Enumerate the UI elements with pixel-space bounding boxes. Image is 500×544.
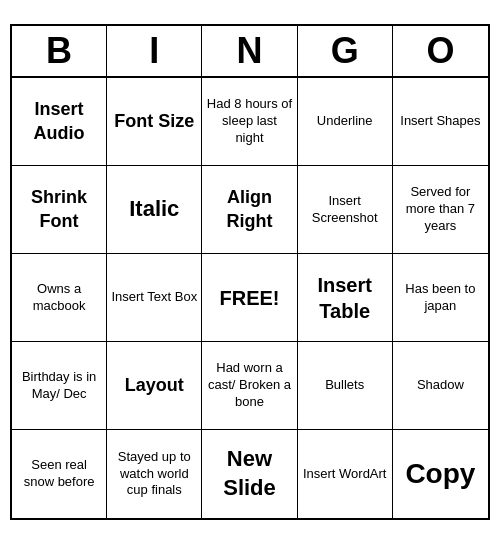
bingo-cell-14: Has been to japan xyxy=(393,254,488,342)
header-letter: O xyxy=(393,26,488,76)
bingo-cell-9: Served for more than 7 years xyxy=(393,166,488,254)
bingo-cell-10: Owns a macbook xyxy=(12,254,107,342)
bingo-cell-20: Seen real snow before xyxy=(12,430,107,518)
bingo-cell-12: FREE! xyxy=(202,254,297,342)
bingo-cell-6: Italic xyxy=(107,166,202,254)
bingo-cell-3: Underline xyxy=(298,78,393,166)
bingo-cell-11: Insert Text Box xyxy=(107,254,202,342)
bingo-cell-2: Had 8 hours of sleep last night xyxy=(202,78,297,166)
bingo-cell-17: Had worn a cast/ Broken a bone xyxy=(202,342,297,430)
bingo-card: BINGO Insert AudioFont SizeHad 8 hours o… xyxy=(10,24,490,520)
bingo-cell-22: New Slide xyxy=(202,430,297,518)
bingo-cell-23: Insert WordArt xyxy=(298,430,393,518)
header-letter: I xyxy=(107,26,202,76)
bingo-cell-16: Layout xyxy=(107,342,202,430)
bingo-cell-13: Insert Table xyxy=(298,254,393,342)
bingo-cell-5: Shrink Font xyxy=(12,166,107,254)
header-letter: G xyxy=(298,26,393,76)
bingo-cell-4: Insert Shapes xyxy=(393,78,488,166)
bingo-grid: Insert AudioFont SizeHad 8 hours of slee… xyxy=(12,78,488,518)
header-letter: N xyxy=(202,26,297,76)
bingo-cell-1: Font Size xyxy=(107,78,202,166)
bingo-cell-15: Birthday is in May/ Dec xyxy=(12,342,107,430)
bingo-header: BINGO xyxy=(12,26,488,78)
bingo-cell-18: Bullets xyxy=(298,342,393,430)
bingo-cell-8: Insert Screenshot xyxy=(298,166,393,254)
header-letter: B xyxy=(12,26,107,76)
bingo-cell-24: Copy xyxy=(393,430,488,518)
bingo-cell-19: Shadow xyxy=(393,342,488,430)
bingo-cell-0: Insert Audio xyxy=(12,78,107,166)
bingo-cell-21: Stayed up to watch world cup finals xyxy=(107,430,202,518)
bingo-cell-7: Align Right xyxy=(202,166,297,254)
